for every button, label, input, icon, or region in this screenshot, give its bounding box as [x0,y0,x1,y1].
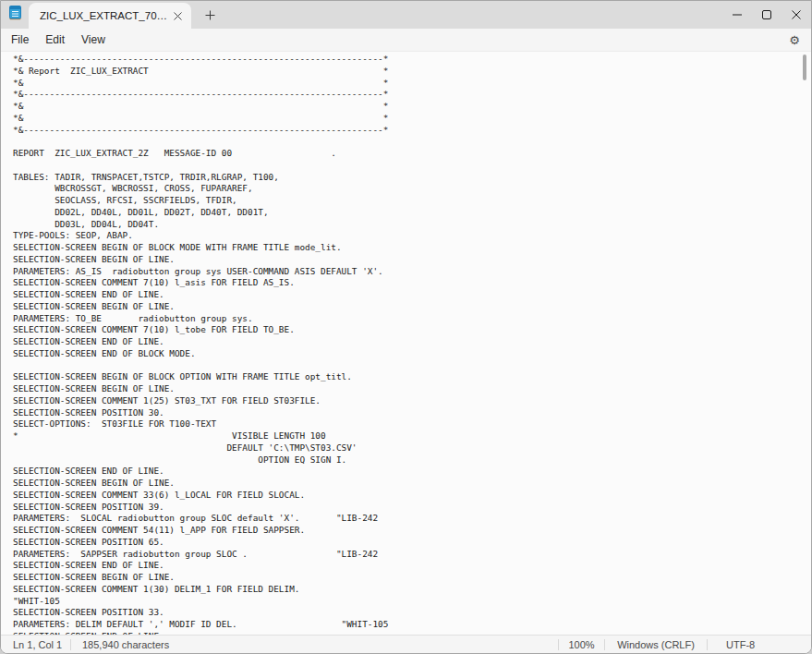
vertical-scrollbar[interactable] [798,52,811,635]
menu-edit[interactable]: Edit [37,31,73,48]
line-ending-indicator: Windows (CRLF) [605,639,707,650]
encoding-indicator: UTF-8 [708,639,811,650]
window-controls [722,1,811,29]
notepad-window: ZIC_LUX_EXTRACT_700.txt [0,0,812,654]
document-text[interactable]: *&--------------------------------------… [1,52,811,635]
notepad-app-icon [9,6,21,24]
tab-close-icon[interactable] [169,7,186,24]
maximize-icon [762,10,771,19]
new-tab-button[interactable] [199,4,221,26]
statusbar-right: 100% Windows (CRLF) UTF-8 [558,636,811,653]
app-icon-wrap [1,1,29,29]
document-tab[interactable]: ZIC_LUX_EXTRACT_700.txt [29,3,191,29]
maximize-button[interactable] [752,1,782,29]
close-button[interactable] [782,1,811,29]
editor-area[interactable]: *&--------------------------------------… [1,51,811,635]
gear-icon[interactable]: ⚙ [783,30,806,50]
scrollbar-thumb[interactable] [803,54,806,80]
zoom-level: 100% [559,639,604,650]
menubar: File Edit View ⚙ [1,29,811,51]
titlebar-drag-region [221,1,722,29]
minimize-button[interactable] [722,1,752,29]
menu-file[interactable]: File [3,31,37,48]
titlebar: ZIC_LUX_EXTRACT_700.txt [1,1,811,29]
tab-title: ZIC_LUX_EXTRACT_700.txt [40,10,169,21]
menu-view[interactable]: View [73,31,114,48]
cursor-position: Ln 1, Col 1 [1,639,70,650]
close-icon [792,10,801,19]
statusbar: Ln 1, Col 1 185,940 characters 100% Wind… [1,635,811,653]
minimize-icon [733,10,742,19]
character-count: 185,940 characters [71,639,180,650]
